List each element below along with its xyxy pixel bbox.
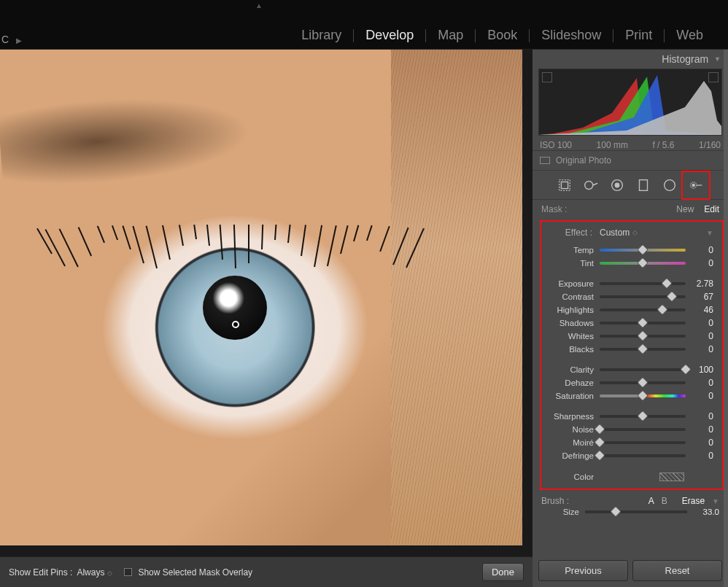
slider-sharpness[interactable]: Sharpness0 <box>541 410 719 423</box>
effect-preset-row[interactable]: Effect : Custom ◇ ▼ <box>541 226 719 244</box>
slider-track[interactable] <box>600 262 686 265</box>
exif-readout: ISO 100 100 mm f / 5.6 1/160 <box>538 136 722 150</box>
slider-moiré[interactable]: Moiré0 <box>541 436 719 449</box>
mask-edit-button[interactable]: Edit <box>704 204 719 214</box>
slider-track[interactable] <box>600 454 686 457</box>
spot-removal-tool[interactable] <box>582 176 600 194</box>
canvas-area[interactable]: Show Edit Pins : Always◇ Show Selected M… <box>0 50 533 587</box>
original-photo-toggle[interactable]: Original Photo <box>533 150 728 171</box>
slider-value[interactable]: 0 <box>686 318 713 328</box>
slider-track[interactable] <box>600 308 686 311</box>
mask-overlay-checkbox[interactable] <box>124 568 132 576</box>
module-library[interactable]: Library <box>290 28 353 43</box>
disclosure-icon[interactable]: ▼ <box>712 497 719 505</box>
radial-filter-tool[interactable] <box>661 176 678 194</box>
edit-pins-select[interactable]: Always◇ <box>77 567 111 578</box>
slider-exposure[interactable]: Exposure2.78 <box>541 277 719 290</box>
module-print[interactable]: Print <box>613 28 664 43</box>
brush-pin-marker[interactable] <box>232 321 239 328</box>
slider-label: Highlights <box>541 306 600 314</box>
brush-erase-button[interactable]: Erase <box>682 496 705 506</box>
module-map[interactable]: Map <box>426 28 475 43</box>
slider-value[interactable]: 0 <box>686 451 713 461</box>
eye-pupil <box>203 276 267 340</box>
module-slideshow[interactable]: Slideshow <box>530 28 613 43</box>
color-swatch-row[interactable]: Color <box>541 470 719 481</box>
red-eye-tool[interactable] <box>608 176 626 194</box>
module-web[interactable]: Web <box>665 28 715 43</box>
slider-track[interactable] <box>600 428 686 431</box>
slider-tint[interactable]: Tint0 <box>541 257 719 270</box>
exif-aperture: f / 5.6 <box>652 140 674 150</box>
slider-contrast[interactable]: Contrast67 <box>541 290 719 303</box>
chevron-right-icon: ▶ <box>16 36 22 44</box>
slider-noise[interactable]: Noise0 <box>541 423 719 436</box>
slider-label: Shadows <box>541 319 600 327</box>
done-button[interactable]: Done <box>482 563 524 581</box>
slider-track[interactable] <box>600 441 686 444</box>
graduated-filter-tool[interactable] <box>635 176 652 194</box>
slider-whites[interactable]: Whites0 <box>541 330 719 343</box>
slider-defringe[interactable]: Defringe0 <box>541 449 719 462</box>
disclosure-icon[interactable]: ▼ <box>706 229 713 237</box>
slider-value[interactable]: 46 <box>686 305 713 315</box>
slider-shadows[interactable]: Shadows0 <box>541 316 719 330</box>
slider-track[interactable] <box>600 295 686 298</box>
slider-value[interactable]: 0 <box>686 344 713 354</box>
slider-highlights[interactable]: Highlights46 <box>541 303 719 316</box>
brush-b-button[interactable]: B <box>662 496 667 506</box>
slider-label: Saturation <box>541 392 600 400</box>
crop-tool[interactable] <box>556 176 573 194</box>
brush-size-value[interactable]: 33.0 <box>687 508 719 516</box>
original-thumb-icon <box>540 157 550 164</box>
mask-new-button[interactable]: New <box>676 204 694 214</box>
preview-image[interactable] <box>0 50 522 545</box>
slider-value[interactable]: 0 <box>686 378 713 388</box>
slider-track[interactable] <box>600 415 686 418</box>
previous-button[interactable]: Previous <box>538 560 628 581</box>
exif-iso: ISO 100 <box>540 140 572 150</box>
panel-scrollbar[interactable] <box>724 50 728 587</box>
slider-saturation[interactable]: Saturation0 <box>541 389 719 403</box>
slider-value[interactable]: 0 <box>686 245 713 255</box>
slider-value[interactable]: 0 <box>686 424 713 435</box>
reset-button[interactable]: Reset <box>632 560 722 581</box>
slider-value[interactable]: 0 <box>686 331 713 341</box>
module-develop[interactable]: Develop <box>354 28 425 43</box>
adjustment-brush-tool[interactable] <box>687 176 705 194</box>
collection-indicator: C▶ <box>1 34 22 45</box>
slider-value[interactable]: 2.78 <box>686 279 713 289</box>
slider-blacks[interactable]: Blacks0 <box>541 343 719 356</box>
svg-point-8 <box>615 183 619 187</box>
collapse-top-icon[interactable]: ▲ <box>255 1 263 9</box>
module-book[interactable]: Book <box>476 28 529 43</box>
brush-size-row[interactable]: Size 33.0 <box>533 508 728 521</box>
color-swatch[interactable] <box>659 473 684 481</box>
histogram[interactable] <box>538 69 722 136</box>
slider-value[interactable]: 0 <box>686 258 713 268</box>
slider-value[interactable]: 0 <box>686 391 713 401</box>
slider-track[interactable] <box>600 322 686 324</box>
brush-size-slider[interactable] <box>585 510 687 513</box>
canvas-toolbar: Show Edit Pins : Always◇ Show Selected M… <box>0 556 533 587</box>
slider-track[interactable] <box>600 368 686 371</box>
slider-dehaze[interactable]: Dehaze0 <box>541 376 719 389</box>
slider-track[interactable] <box>600 394 686 397</box>
slider-temp[interactable]: Temp0 <box>541 244 719 257</box>
brush-a-button[interactable]: A <box>648 496 654 506</box>
histogram-header[interactable]: Histogram▼ <box>533 50 728 69</box>
slider-track[interactable] <box>600 282 686 285</box>
effect-preset-value[interactable]: Custom <box>600 228 630 238</box>
slider-value[interactable]: 0 <box>686 411 713 421</box>
slider-value[interactable]: 67 <box>686 292 713 302</box>
highlight-clip-icon[interactable] <box>708 72 719 82</box>
slider-track[interactable] <box>600 249 686 252</box>
slider-track[interactable] <box>600 381 686 384</box>
shadow-clip-icon[interactable] <box>542 72 552 82</box>
slider-track[interactable] <box>600 335 686 338</box>
slider-track[interactable] <box>600 348 686 351</box>
module-picker: LibraryDevelopMapBookSlideshowPrintWeb <box>290 28 715 43</box>
slider-value[interactable]: 0 <box>686 438 713 448</box>
top-bar: ▲ C▶ LibraryDevelopMapBookSlideshowPrint… <box>0 0 728 50</box>
slider-clarity[interactable]: Clarity100 <box>541 363 719 376</box>
